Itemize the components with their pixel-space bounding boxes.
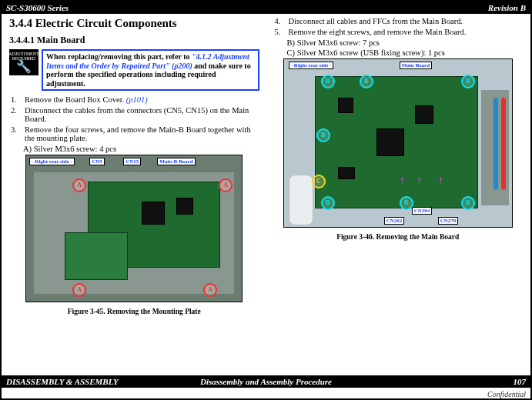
cn202-label: CN202: [384, 217, 405, 225]
marker-b: B: [316, 128, 330, 142]
marker-b: B: [321, 75, 335, 88]
substep-5b: B) Silver M3x6 screw: 7 pcs: [287, 38, 524, 47]
figure-3-46-image: - Right rear side - Main Board ↓ B B B B…: [283, 58, 513, 228]
step-text: Remove the Board Box Cover.: [25, 95, 126, 104]
adjustment-callout: ADJUSTMENT REQUIRED 🔧 When replacing/rem…: [9, 49, 259, 91]
marker-b: B: [360, 75, 373, 88]
cn270-label: CN270: [438, 217, 459, 225]
marker-b: B: [321, 196, 335, 210]
section-heading: 3.4.4 Electric Circuit Components: [9, 17, 259, 30]
series-title: SC-S30600 Series: [6, 3, 69, 12]
header-bar: SC-S30600 Series Revision B: [2, 2, 530, 14]
side-label: - Right rear side -: [29, 158, 75, 165]
step-text: Remove the four screws, and remove the M…: [25, 125, 259, 142]
arrow-icon: ↑: [417, 175, 422, 187]
marker-c: C: [312, 175, 326, 188]
right-column: 4.Disconnect all cables and FFCs from th…: [273, 17, 524, 315]
substep-3a: A) Silver M3x6 screw: 4 pcs: [23, 145, 259, 153]
page-number: 107: [353, 377, 526, 386]
marker-b: B: [461, 196, 475, 210]
step-num: 3.: [11, 125, 20, 142]
confidential-label: Confidential: [487, 390, 526, 398]
section-num: 3.4.4: [9, 17, 32, 29]
revision: Revision B: [488, 3, 526, 12]
step-text: Disconnect the cables from the connector…: [25, 106, 259, 123]
step-text: Remove the eight screws, and remove the …: [289, 28, 467, 36]
substep-5c: C) Silver M3x6 screw (USB fixing screw):…: [287, 48, 524, 57]
arrow-icon: ↑: [438, 175, 443, 187]
adjustment-required-icon: ADJUSTMENT REQUIRED 🔧: [9, 49, 38, 75]
figure-3-45-image: - Right rear side - CN5 CN15 Main-B Boar…: [25, 155, 243, 302]
mainb-label: Main-B Board: [157, 158, 195, 165]
left-steps: 1.Remove the Board Box Cover. (p101) 2.D…: [11, 95, 259, 142]
step-text: Disconnect all cables and FFCs from the …: [289, 17, 463, 25]
callout-text: When replacing/removing this part, refer…: [42, 49, 259, 91]
wrench-icon: 🔧: [16, 61, 32, 73]
main-label: Main Board: [400, 62, 432, 69]
callout-t1: When replacing/removing this part, refer…: [46, 52, 192, 61]
footer-left: DISASSEMBLY & ASSEMBLY: [6, 377, 179, 386]
cn5-label: CN5: [89, 158, 105, 165]
figure-3-46-caption: Figure 3-46. Removing the Main Board: [273, 233, 524, 241]
figure-3-45: - Right rear side - CN5 CN15 Main-B Boar…: [9, 155, 259, 315]
subsection-heading: 3.4.4.1 Main Board: [9, 35, 259, 46]
page-link[interactable]: (p101): [126, 95, 148, 104]
marker-a: A: [203, 283, 217, 297]
cn204-label: CN204: [412, 207, 433, 215]
left-column: 3.4.4 Electric Circuit Components 3.4.4.…: [9, 17, 259, 315]
cn15-label: CN15: [123, 158, 141, 165]
footer-bar: DISASSEMBLY & ASSEMBLY Disassembly and A…: [2, 375, 530, 388]
right-steps: 4.Disconnect all cables and FFCs from th…: [275, 17, 524, 36]
subsection-title: Main Board: [37, 35, 85, 45]
step-num: 1.: [11, 95, 20, 104]
side-label: - Right rear side -: [289, 62, 334, 69]
step-num: 4.: [275, 17, 284, 25]
figure-3-45-caption: Figure 3-45. Removing the Mounting Plate: [9, 308, 259, 315]
marker-a: A: [72, 283, 86, 297]
section-title: Electric Circuit Components: [35, 17, 177, 29]
figure-3-46: - Right rear side - Main Board ↓ B B B B…: [273, 58, 524, 241]
arrow-icon: ↑: [400, 175, 405, 187]
step-num: 5.: [275, 28, 284, 36]
footer-center: Disassembly and Assembly Procedure: [179, 377, 353, 386]
subsection-num: 3.4.4.1: [9, 35, 35, 45]
step-num: 2.: [11, 106, 20, 123]
marker-b: B: [461, 75, 475, 88]
